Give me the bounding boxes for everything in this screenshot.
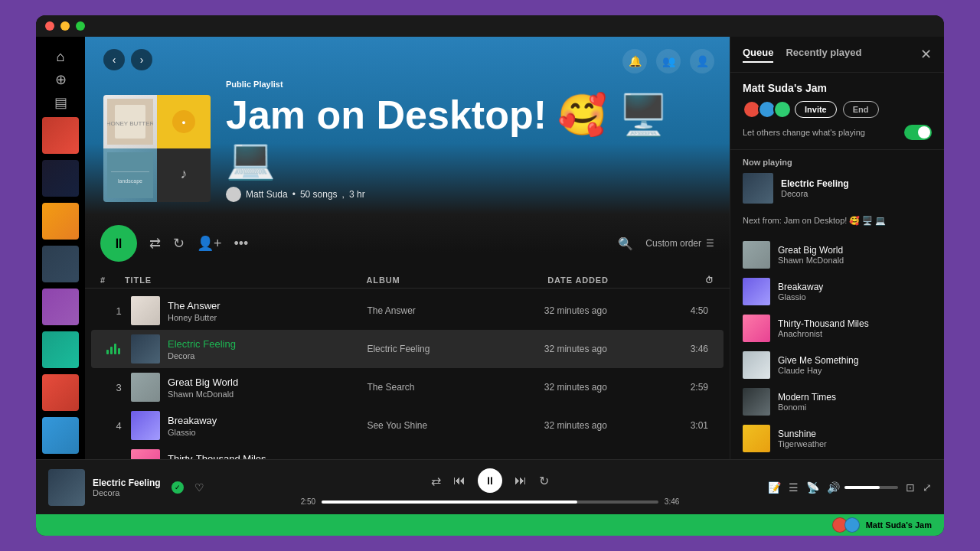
previous-button[interactable]: ⏮ [453,474,466,487]
playlist-meta: Matt Suda • 50 songs , 3 hr [226,187,711,202]
track-date: 32 minutes ago [544,305,662,316]
track-duration: 4:50 [662,305,708,316]
player-left: Electric Feeling Decora ✓ ♡ [48,469,301,506]
pause-button[interactable]: ⏸ [478,468,502,493]
tab-recently-played[interactable]: Recently played [786,47,861,63]
custom-order-button[interactable]: Custom order ☰ [645,238,714,249]
queue-icon[interactable]: ☰ [789,481,799,494]
main-layout: ⌂ ⊕ ▤ ‹ › 🔔 � [36,37,944,459]
nav-back-button[interactable]: ‹ [103,49,125,70]
cover-cell-4: ♪ [157,148,211,202]
queue-item[interactable]: Sunshine Tigerweather [737,420,938,457]
sidebar-icon-library[interactable]: ▤ [45,94,76,111]
track-list: 1 The Answer Honey Butter The Answer32 m… [85,292,730,459]
shuffle-icon[interactable]: ⇄ [149,235,161,252]
sidebar-album-7[interactable] [42,374,79,411]
np-artist: Decora [781,189,849,198]
close-queue-button[interactable]: ✕ [920,46,932,63]
playlist-cover: HONEY BUTTER ● landscape ♪ [103,95,211,202]
end-button[interactable]: End [843,101,879,118]
track-row[interactable]: 4 Breakaway Glassio See You Shine32 minu… [91,406,724,445]
svg-rect-6 [107,152,153,198]
bell-icon[interactable]: 🔔 [622,49,647,73]
repeat-icon[interactable]: ↻ [173,235,185,252]
track-thumb [131,411,160,440]
more-options-icon[interactable]: ••• [234,236,249,252]
repeat-button[interactable]: ↻ [539,474,549,488]
lyrics-icon[interactable]: 📝 [768,481,781,494]
jam-avatar-3 [773,100,792,119]
nav-forward-button[interactable]: › [131,49,152,70]
qi-name: Thirty-Thousand Miles [778,318,869,329]
track-info: Electric Feeling Decora [131,334,367,364]
track-name: Great Big World [168,377,238,388]
track-name-col: The Answer Honey Butter [168,300,220,322]
sidebar-album-3[interactable] [42,203,79,240]
queue-item[interactable]: Give Me Something Claude Hay [737,347,938,383]
next-button[interactable]: ⏭ [514,474,527,487]
sidebar-album-2[interactable] [42,160,79,197]
volume-icon[interactable]: 🔊 [827,481,840,494]
track-row[interactable]: 5 Thirty-Thousand Miles Anachronist RGB3… [91,445,724,459]
list-icon: ☰ [706,238,714,249]
progress-track[interactable] [322,500,658,504]
track-thumb [131,296,160,325]
sidebar-album-5[interactable] [42,289,79,325]
qi-name: Give Me Something [778,355,858,366]
track-date: 32 minutes ago [544,344,662,354]
sidebar-album-8[interactable] [42,417,79,454]
track-row[interactable]: Electric Feeling Decora Electric Feeling… [91,330,724,368]
close-button[interactable] [45,21,54,31]
now-playing-label: Now playing [743,158,932,167]
next-from-section: Next from: Jam on Desktop! 🥰 🖥️ 💻 [730,211,944,236]
track-row[interactable]: 1 The Answer Honey Butter The Answer32 m… [91,292,724,330]
track-date: 32 minutes ago [544,420,662,431]
miniplayer-icon[interactable]: ⊡ [906,481,915,494]
queue-item[interactable]: Great Big World Shawn McDonald [737,236,938,273]
fullscreen-icon[interactable]: ⤢ [923,481,932,494]
queue-item[interactable]: Breakaway Glassio [737,273,938,310]
queue-item[interactable]: Modern Times Bonomi [737,383,938,420]
sidebar-album-1[interactable] [42,117,79,154]
sidebar-icon-home[interactable]: ⌂ [45,49,76,65]
tab-queue[interactable]: Queue [743,47,773,63]
track-album: Electric Feeling [367,344,544,354]
track-album: The Answer [367,305,544,316]
friends-icon[interactable]: 👥 [656,49,681,73]
right-sidebar: Queue Recently played ✕ Matt Suda's Jam … [730,37,944,459]
track-duration: 2:59 [662,382,708,393]
track-name: Breakaway [168,415,217,426]
volume-track[interactable] [844,486,898,489]
maximize-button[interactable] [76,21,85,31]
shuffle-button[interactable]: ⇄ [431,474,441,488]
custom-order-label: Custom order [645,238,701,249]
track-row[interactable]: 3 Great Big World Shawn McDonald The Sea… [91,368,724,406]
connect-icon[interactable]: 📡 [806,481,819,494]
toggle-switch[interactable] [904,125,932,140]
track-number: 3 [106,382,131,393]
player-right: 📝 ☰ 📡 🔊 ⊡ ⤢ [679,481,932,494]
play-pause-button[interactable]: ⏸ [100,225,137,262]
col-album: Album [367,276,548,285]
user-avatar[interactable]: 👤 [690,49,714,73]
sidebar-album-4[interactable] [42,246,79,282]
search-icon[interactable]: 🔍 [618,236,633,251]
qi-thumb [743,351,770,379]
player-heart-icon[interactable]: ♡ [194,481,204,494]
now-playing-section: Now playing Electric Feeling Decora [730,150,944,211]
queue-item[interactable]: Thirty-Thousand Miles Anachronist [737,310,938,347]
toggle-label: Let others change what's playing [743,128,865,137]
track-number: 4 [106,420,131,432]
jam-avatars [743,100,789,119]
np-thumb [743,173,773,204]
minimize-button[interactable] [60,21,70,31]
jam-section: Matt Suda's Jam Invite End Let others ch… [730,73,944,150]
np-info: Electric Feeling Decora [781,178,849,198]
add-user-icon[interactable]: 👤+ [197,235,222,252]
track-name-col: Electric Feeling Decora [168,338,236,360]
title-bar [36,15,944,37]
invite-button[interactable]: Invite [795,101,837,118]
sidebar-icon-search[interactable]: ⊕ [45,71,76,88]
sidebar-album-6[interactable] [42,331,79,368]
track-artist: Shawn McDonald [168,390,238,399]
